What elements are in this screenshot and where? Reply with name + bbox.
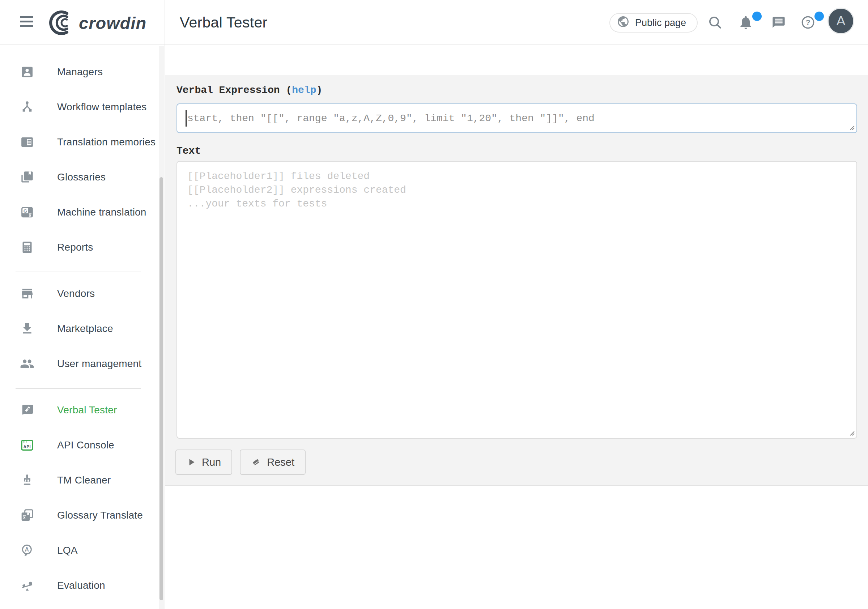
play-icon bbox=[187, 457, 196, 467]
user-management-icon bbox=[20, 355, 37, 372]
avatar[interactable]: A bbox=[828, 8, 854, 34]
bell-notification-dot bbox=[752, 12, 762, 21]
sidebar-item-label: API Console bbox=[57, 439, 114, 451]
actions-row: Run Reset bbox=[175, 449, 305, 475]
public-page-button[interactable]: Public page bbox=[609, 13, 698, 33]
workflow-icon bbox=[20, 99, 37, 115]
notifications-bell-icon[interactable] bbox=[738, 14, 754, 30]
sidebar-item-managers[interactable]: Managers bbox=[0, 54, 164, 89]
sidebar-header: crowdin bbox=[0, 0, 164, 45]
main-header: Verbal Tester Public page ? bbox=[165, 0, 868, 45]
sidebar-item-label: TM Cleaner bbox=[57, 474, 111, 486]
eraser-icon bbox=[251, 457, 261, 467]
verbal-tester-panel: Verbal Expression (help) Text Run Reset bbox=[165, 75, 868, 486]
text-input[interactable] bbox=[177, 161, 857, 439]
svg-text:API: API bbox=[23, 444, 31, 448]
help-icon[interactable]: ? bbox=[801, 15, 815, 29]
sidebar-item-reports[interactable]: Reports bbox=[0, 229, 164, 265]
lqa-icon: A bbox=[20, 542, 37, 559]
svg-text:G: G bbox=[23, 208, 27, 213]
globe-icon bbox=[617, 15, 630, 31]
sidebar-item-verbal-tester[interactable]: Verbal Tester bbox=[0, 392, 164, 428]
text-label: Text bbox=[177, 146, 201, 157]
evaluation-icon bbox=[20, 577, 37, 594]
glossaries-icon bbox=[20, 169, 37, 186]
sidebar-item-label: Evaluation bbox=[57, 580, 105, 591]
menu-icon[interactable] bbox=[20, 16, 33, 27]
sidebar-item-label: Managers bbox=[57, 66, 103, 78]
sidebar-item-lqa[interactable]: ALQA bbox=[0, 533, 164, 568]
svg-text:?: ? bbox=[806, 18, 811, 26]
glossary-translate-icon bbox=[20, 507, 37, 524]
api-console-icon: API bbox=[20, 437, 37, 454]
sidebar-item-label: LQA bbox=[57, 545, 78, 556]
sidebar-item-machine-translation[interactable]: GMachine translation bbox=[0, 195, 164, 229]
help-notification-dot bbox=[814, 12, 824, 21]
sidebar-scrollbar-thumb[interactable] bbox=[160, 177, 163, 600]
sidebar-divider bbox=[16, 271, 141, 272]
sidebar-item-translation-memories[interactable]: Translation memories bbox=[0, 124, 164, 160]
chat-icon[interactable] bbox=[772, 15, 786, 29]
avatar-letter: A bbox=[837, 13, 846, 29]
marketplace-download-icon bbox=[20, 321, 37, 337]
sidebar-item-glossary-translate[interactable]: Glossary Translate bbox=[0, 497, 164, 533]
sidebar-item-evaluation[interactable]: Evaluation bbox=[0, 568, 164, 603]
page-title: Verbal Tester bbox=[180, 14, 267, 31]
text-field-wrap bbox=[177, 161, 857, 439]
sidebar-item-label: Machine translation bbox=[57, 206, 146, 218]
sidebar-item-workflow-templates[interactable]: Workflow templates bbox=[0, 89, 164, 124]
sidebar-item-marketplace[interactable]: Marketplace bbox=[0, 311, 164, 346]
sidebar-item-label: Translation memories bbox=[57, 136, 155, 148]
sidebar-scrollbar-track bbox=[159, 46, 164, 609]
sidebar-item-label: Glossary Translate bbox=[57, 510, 143, 521]
run-button[interactable]: Run bbox=[175, 449, 232, 475]
sidebar-item-label: Workflow templates bbox=[57, 101, 146, 113]
expression-field-wrap bbox=[177, 104, 857, 133]
crowdin-logo[interactable]: crowdin bbox=[46, 8, 155, 37]
sidebar-item-vendors[interactable]: Vendors bbox=[0, 276, 164, 311]
page: crowdin ManagersWorkflow templatesTransl… bbox=[0, 0, 868, 609]
sidebar-item-label: Vendors bbox=[57, 288, 95, 299]
tm-cleaner-icon bbox=[20, 472, 37, 488]
machine-translation-icon: G bbox=[20, 204, 37, 221]
svg-text:A: A bbox=[25, 546, 29, 553]
translation-memory-icon bbox=[20, 134, 37, 150]
logo-text: crowdin bbox=[79, 13, 146, 33]
sidebar-item-label: Glossaries bbox=[57, 171, 105, 183]
help-link[interactable]: help bbox=[292, 85, 316, 96]
sidebar-divider bbox=[16, 388, 141, 389]
main-area: Verbal Tester Public page ? bbox=[165, 0, 868, 609]
sidebar-item-label: Reports bbox=[57, 242, 93, 253]
sidebar-item-user-management[interactable]: User management bbox=[0, 346, 164, 381]
text-cursor bbox=[186, 110, 187, 127]
verbal-tester-icon bbox=[20, 402, 37, 418]
search-icon[interactable] bbox=[708, 15, 722, 29]
verbal-expression-input[interactable] bbox=[177, 104, 857, 133]
vendors-icon bbox=[20, 285, 37, 302]
sidebar-item-glossaries[interactable]: Glossaries bbox=[0, 160, 164, 195]
reset-button[interactable]: Reset bbox=[240, 449, 305, 475]
sidebar-item-label: User management bbox=[57, 358, 141, 370]
sidebar-item-label: Verbal Tester bbox=[57, 404, 117, 416]
public-page-label: Public page bbox=[635, 17, 686, 29]
reports-icon bbox=[20, 239, 37, 256]
expression-label: Verbal Expression (help) bbox=[177, 85, 322, 96]
sidebar-item-label: Marketplace bbox=[57, 323, 113, 335]
sidebar-nav: ManagersWorkflow templatesTranslation me… bbox=[0, 54, 164, 603]
manager-badge-icon bbox=[20, 64, 37, 80]
sidebar-item-tm-cleaner[interactable]: TM Cleaner bbox=[0, 463, 164, 497]
sidebar-item-api-console[interactable]: APIAPI Console bbox=[0, 428, 164, 463]
sidebar: crowdin ManagersWorkflow templatesTransl… bbox=[0, 0, 165, 609]
